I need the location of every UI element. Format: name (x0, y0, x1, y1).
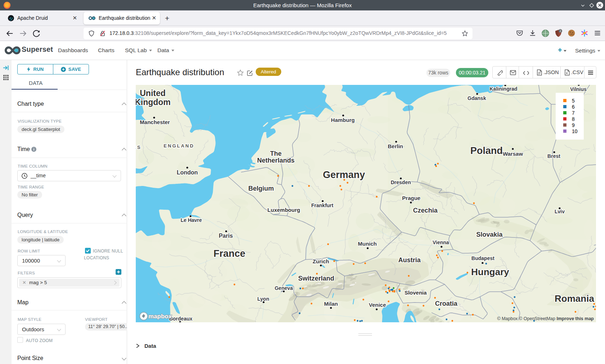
svg-text:Berlin: Berlin (388, 143, 403, 149)
svg-text:5: 5 (572, 98, 575, 104)
svg-text:Gdansk: Gdansk (467, 95, 486, 101)
svg-text:Hamburg: Hamburg (331, 117, 355, 123)
svg-text:Netherlands: Netherlands (257, 157, 295, 164)
svg-text:France: France (214, 248, 246, 259)
svg-text:Brest: Brest (547, 153, 560, 159)
svg-text:Bordeaux: Bordeaux (169, 316, 193, 322)
svg-text:Le Havre: Le Havre (180, 217, 202, 223)
svg-text:Hungary: Hungary (471, 267, 509, 277)
svg-text:Romania: Romania (555, 293, 594, 304)
svg-text:Germany: Germany (323, 169, 365, 180)
svg-text:The: The (270, 150, 282, 157)
svg-text:Vilnius: Vilnius (570, 86, 587, 92)
svg-text:Milan: Milan (324, 301, 338, 307)
svg-text:Luxembourg: Luxembourg (268, 207, 300, 213)
svg-text:Warsaw: Warsaw (503, 151, 523, 157)
svg-text:Vienna: Vienna (433, 240, 449, 245)
svg-text:ES: ES (136, 145, 142, 150)
svg-text:9: 9 (572, 122, 575, 128)
svg-text:Kingdom: Kingdom (136, 97, 171, 107)
svg-text:Dresden: Dresden (391, 179, 411, 185)
svg-text:Frankfurt: Frankfurt (311, 203, 333, 208)
svg-text:© Mapbox © OpenStreetMap Impro: © Mapbox © OpenStreetMap Improve this ma… (497, 316, 594, 321)
svg-text:2: 2 (559, 29, 561, 33)
svg-text:ENGLAND: ENGLAND (163, 143, 194, 149)
svg-text:Croatia: Croatia (435, 300, 458, 307)
svg-text:Munich: Munich (358, 241, 377, 247)
svg-text:8: 8 (572, 116, 575, 122)
svg-text:Manchester: Manchester (140, 119, 170, 125)
svg-text:Austria: Austria (398, 256, 421, 264)
svg-text:Slovenia: Slovenia (404, 290, 427, 296)
svg-text:Lviv: Lviv (555, 209, 565, 214)
svg-text:Geneva: Geneva (275, 285, 293, 291)
svg-text:Switzerland: Switzerland (298, 275, 334, 282)
svg-text:United: United (140, 88, 166, 98)
svg-text:London: London (177, 169, 198, 176)
svg-text:6: 6 (572, 104, 575, 110)
svg-text:Poland: Poland (470, 145, 503, 156)
svg-text:Kaliningrad: Kaliningrad (489, 86, 517, 92)
svg-text:Budapest: Budapest (471, 255, 494, 261)
svg-text:mapbox: mapbox (148, 313, 172, 320)
svg-text:Slovakia: Slovakia (476, 231, 503, 238)
svg-text:Lyon: Lyon (257, 296, 269, 302)
svg-text:Belgium: Belgium (248, 185, 274, 192)
svg-text:Zurich: Zurich (313, 258, 329, 264)
svg-text:7: 7 (572, 110, 575, 116)
svg-text:Prague: Prague (402, 195, 421, 201)
svg-text:Venice: Venice (369, 302, 386, 308)
svg-text:Czechia: Czechia (413, 207, 438, 214)
svg-text:Paris: Paris (219, 233, 233, 239)
svg-text:10: 10 (572, 128, 578, 134)
